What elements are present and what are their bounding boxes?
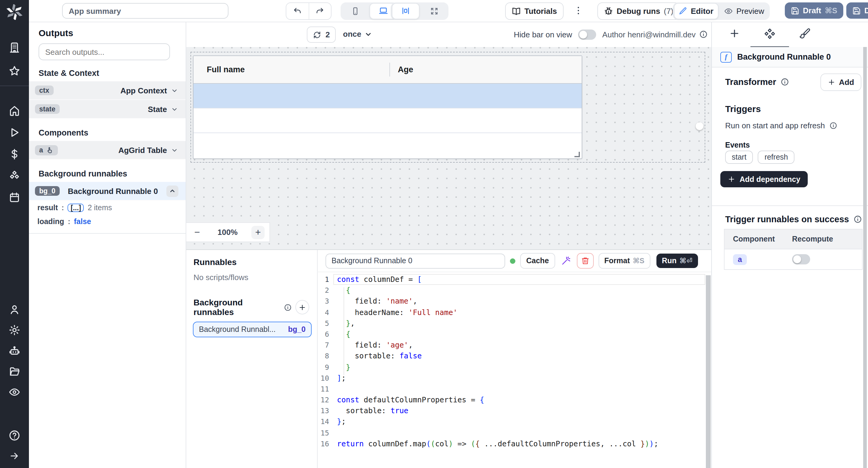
debug-runs-count: (7)	[664, 7, 673, 16]
code-line-14[interactable]: 14};	[317, 416, 711, 427]
redo-button[interactable]	[308, 3, 331, 19]
user-icon[interactable]	[8, 304, 21, 315]
panel-divider	[29, 233, 186, 234]
dollar-icon[interactable]	[8, 148, 21, 160]
arrow-right-icon[interactable]	[9, 450, 20, 461]
add-transformer-button[interactable]: Add	[820, 73, 861, 91]
hide-bar-toggle[interactable]	[578, 29, 596, 39]
bug-icon	[604, 7, 613, 16]
folder-open-icon[interactable]	[8, 366, 21, 378]
code-line-13[interactable]: 13 sortable: true	[317, 406, 711, 416]
aggrid-table-component[interactable]: Full name Age	[193, 56, 582, 159]
event-chip-start[interactable]: start	[725, 151, 753, 164]
code-line-3[interactable]: 3 field: 'name',	[317, 296, 711, 307]
styling-tab[interactable]	[799, 28, 810, 41]
code-line-5[interactable]: 5 },	[317, 318, 711, 329]
code-line-11[interactable]: 11	[317, 384, 711, 395]
star-icon[interactable]	[8, 65, 21, 77]
info-icon[interactable]	[780, 78, 789, 86]
chevron-down-icon[interactable]	[170, 105, 179, 113]
resize-corner-icon[interactable]	[575, 152, 580, 157]
table-row-selected[interactable]	[193, 84, 582, 108]
output-row-bg0[interactable]: bg_0 Background Runnable 0	[29, 182, 186, 201]
runnable-item-label: Background Runnabl...	[199, 325, 276, 334]
windmill-logo[interactable]	[7, 4, 22, 20]
center-align-button[interactable]	[392, 3, 420, 19]
delete-runnable-button[interactable]	[577, 253, 593, 269]
refresh-button[interactable]: 2	[307, 27, 336, 43]
calendar-icon[interactable]	[8, 192, 21, 204]
fullscreen-button[interactable]	[421, 3, 447, 19]
recompute-toggle[interactable]	[792, 254, 810, 264]
code-line-16[interactable]: 16return columnDef.map((col) => ({ ...de…	[317, 438, 711, 449]
preview-mode-tab[interactable]: Preview	[719, 3, 769, 19]
column-header-age[interactable]: Age	[398, 65, 413, 74]
code-line-4[interactable]: 4 headerName: 'Full name'	[317, 307, 711, 318]
output-row-component-a[interactable]: a AgGrid Table	[29, 141, 186, 160]
chevron-down-icon[interactable]	[170, 87, 179, 94]
loading-value: false	[74, 218, 91, 226]
zoom-out-button[interactable]: −	[190, 226, 204, 239]
app-summary-input[interactable]	[62, 3, 228, 19]
editor-mode-tab[interactable]: Editor	[674, 3, 718, 19]
help-icon[interactable]	[8, 430, 21, 441]
runnable-item-bg0[interactable]: Background Runnabl... bg_0	[193, 322, 312, 337]
chevron-down-icon[interactable]	[170, 146, 179, 154]
right-panel-scrollbar[interactable]	[863, 47, 867, 468]
ctx-label: App Context	[120, 86, 167, 95]
expand-result-button[interactable]: [...]	[67, 204, 84, 212]
run-policy-dropdown[interactable]: once	[343, 27, 373, 41]
info-icon[interactable]	[829, 122, 837, 130]
bot-icon[interactable]	[8, 345, 21, 357]
insert-component-tab[interactable]	[729, 28, 740, 41]
run-button[interactable]: Run ⌘⏎	[656, 254, 698, 268]
add-dependency-button[interactable]: Add dependency	[720, 171, 807, 187]
output-row-state[interactable]: state State	[29, 100, 186, 119]
code-line-10[interactable]: 10];	[317, 372, 711, 383]
code-line-2[interactable]: 2 {	[317, 285, 711, 296]
expand-icon	[430, 6, 438, 15]
code-line-9[interactable]: 9 }	[317, 362, 711, 372]
eye-icon[interactable]	[8, 386, 21, 398]
mobile-view-button[interactable]	[342, 3, 368, 19]
code-line-8[interactable]: 8 sortable: false	[317, 351, 711, 362]
debug-runs-button[interactable]: Debug runs (7)	[597, 2, 680, 20]
column-header-full-name[interactable]: Full name	[193, 65, 245, 74]
zoom-in-button[interactable]: +	[251, 226, 265, 239]
event-chip-refresh[interactable]: refresh	[758, 151, 795, 164]
search-outputs-input[interactable]	[38, 43, 170, 60]
component-settings-tab[interactable]	[764, 28, 776, 42]
output-row-ctx[interactable]: ctx App Context	[29, 81, 186, 100]
gear-icon[interactable]	[8, 324, 21, 336]
column-divider[interactable]	[390, 63, 390, 76]
runnable-name-input[interactable]	[326, 253, 505, 268]
more-menu-button[interactable]	[573, 5, 584, 16]
home-icon[interactable]	[8, 105, 21, 117]
undo-button[interactable]	[286, 3, 308, 19]
draft-button[interactable]: Draft ⌘S	[785, 2, 843, 19]
app-canvas[interactable]: Full name Age − 100% +	[186, 47, 711, 249]
table-row[interactable]	[193, 108, 582, 133]
code-line-15[interactable]: 15	[317, 427, 711, 438]
format-button[interactable]: Format ⌘S	[598, 253, 650, 269]
info-icon[interactable]	[699, 30, 708, 38]
info-icon[interactable]	[853, 215, 862, 224]
building-icon[interactable]	[8, 41, 21, 54]
add-runnable-button[interactable]	[296, 300, 309, 314]
code-line-1[interactable]: 1const columnDef = [	[317, 274, 711, 285]
wand-icon[interactable]	[560, 256, 572, 266]
chevron-up-icon[interactable]	[166, 185, 179, 197]
deploy-button[interactable]: Deploy	[846, 2, 868, 19]
tutorials-button[interactable]: Tutorials	[505, 2, 564, 20]
runnables-empty-text: No scripts/flows	[193, 273, 317, 282]
info-icon[interactable]	[284, 303, 292, 311]
code-lines[interactable]: 1const columnDef = [2 {3 field: 'name',4…	[317, 272, 711, 468]
play-icon[interactable]	[8, 127, 21, 138]
cache-button[interactable]: Cache	[520, 253, 555, 269]
component-a-chip[interactable]: a	[733, 254, 747, 265]
code-line-7[interactable]: 7 field: 'age',	[317, 340, 711, 350]
editor-scrollbar[interactable]	[706, 275, 711, 468]
cubes-icon[interactable]	[8, 170, 21, 182]
code-line-12[interactable]: 12const defaultColumnProperties = {	[317, 395, 711, 405]
code-line-6[interactable]: 6 {	[317, 329, 711, 340]
